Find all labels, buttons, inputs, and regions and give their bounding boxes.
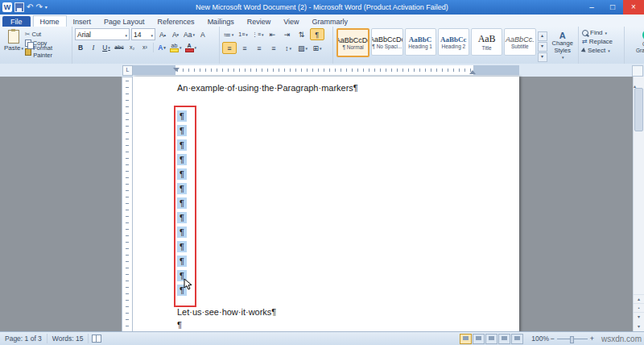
shading-button[interactable]: ▨ <box>296 43 309 53</box>
text-effects-button[interactable]: A <box>156 42 167 52</box>
style-normal[interactable]: AaBbCcDc ¶ Normal <box>336 28 369 57</box>
document-line-2[interactable]: Let·us·see·how·it·works¶ <box>177 307 276 317</box>
bold-button[interactable]: B <box>75 42 86 52</box>
save-icon[interactable] <box>14 2 24 12</box>
right-indent-marker[interactable] <box>469 70 476 74</box>
clear-formatting-button[interactable]: A <box>197 29 208 39</box>
document-page[interactable]: An·example·of·using·the·Paragraph·marker… <box>133 77 519 332</box>
paste-clipboard-icon <box>8 30 19 44</box>
proofing-status-icon[interactable] <box>92 335 101 343</box>
zoom-level[interactable]: 100% <box>531 335 549 343</box>
italic-button[interactable]: I <box>88 42 99 52</box>
cut-button[interactable]: ✂ Cut <box>25 30 70 38</box>
styles-more-icon[interactable]: ▾ <box>538 52 547 62</box>
font-size-dropdown-icon[interactable] <box>150 31 153 39</box>
outline-view-button[interactable] <box>498 334 510 344</box>
sort-button[interactable]: ⇅ <box>295 29 308 39</box>
ruler-toggle-button[interactable] <box>632 65 643 77</box>
minimize-button[interactable]: – <box>581 0 602 15</box>
style-subtitle[interactable]: AaBbCc. Subtitle <box>504 28 535 56</box>
vertical-scrollbar[interactable]: ▴ ▴ • ▾ ▾ <box>633 77 644 332</box>
justify-button[interactable]: ≡ <box>267 43 280 53</box>
bullets-button[interactable]: ≔ <box>222 29 235 39</box>
shrink-font-button[interactable]: A▾ <box>170 29 181 39</box>
word-count[interactable]: Words: 15 <box>47 334 89 343</box>
strikethrough-button[interactable]: abc <box>114 42 125 52</box>
line-spacing-button[interactable]: ↕ <box>282 43 295 53</box>
redo-icon[interactable]: ↷ <box>35 2 42 12</box>
numbering-button[interactable]: 1≡ <box>237 29 250 39</box>
increase-indent-button[interactable]: ⇥ <box>281 29 294 39</box>
grow-font-button[interactable]: A▴ <box>157 29 168 39</box>
decrease-indent-button[interactable]: ⇤ <box>266 29 279 39</box>
subscript-button[interactable]: x₂ <box>126 42 138 52</box>
horizontal-ruler[interactable] <box>133 65 519 75</box>
tab-grammarly[interactable]: Grammarly <box>306 16 355 27</box>
borders-button[interactable]: ⊞ <box>311 43 324 53</box>
styles-scroll-down-icon[interactable]: ▾ <box>538 42 547 52</box>
style-heading-1[interactable]: AaBbC Heading 1 <box>405 28 436 56</box>
tab-view[interactable]: View <box>277 16 305 27</box>
tab-review[interactable]: Review <box>241 16 278 27</box>
open-grammarly-button[interactable]: G Open Grammarly <box>636 29 644 54</box>
replace-button[interactable]: ⇄ Replace <box>582 38 622 45</box>
font-color-button[interactable]: A <box>184 42 198 52</box>
align-left-button[interactable]: ≡ <box>222 42 237 54</box>
styles-scroll-up-icon[interactable]: ▴ <box>538 31 547 41</box>
close-button[interactable]: × <box>623 0 644 15</box>
tab-home[interactable]: Home <box>33 15 67 27</box>
word-logo-icon[interactable]: W <box>2 2 12 12</box>
select-button[interactable]: Select <box>582 47 622 54</box>
fullscreen-reading-view-button[interactable] <box>473 334 485 344</box>
font-family-dropdown-icon[interactable] <box>124 31 127 39</box>
style-title[interactable]: AaB Title <box>471 28 502 56</box>
vertical-ruler[interactable] <box>122 77 133 332</box>
format-painter-button[interactable]: Format Painter <box>25 48 70 56</box>
select-browse-object-button[interactable]: • <box>634 303 644 312</box>
zoom-out-button[interactable]: − <box>550 335 554 343</box>
align-right-button[interactable]: ≡ <box>253 43 266 53</box>
next-page-button[interactable]: ▾ <box>634 312 644 321</box>
superscript-button[interactable]: x² <box>139 42 151 52</box>
font-family-combobox[interactable]: Arial <box>75 28 130 40</box>
show-hide-formatting-button[interactable]: ¶ <box>310 28 324 40</box>
tab-file[interactable]: File <box>2 16 31 27</box>
change-styles-button[interactable]: A Change Styles <box>549 28 577 65</box>
font-family-value: Arial <box>77 31 91 39</box>
maximize-button[interactable]: □ <box>602 0 623 15</box>
previous-page-button[interactable]: ▴ <box>634 294 644 303</box>
zoom-slider-thumb[interactable] <box>570 336 574 343</box>
tab-mailings[interactable]: Mailings <box>201 16 241 27</box>
align-center-icon: ≡ <box>242 44 246 52</box>
style-preview: AaBbCcDc <box>336 36 369 44</box>
paste-button[interactable]: Paste <box>2 28 25 65</box>
tab-insert[interactable]: Insert <box>67 16 98 27</box>
watermark-text: wsxdn.com <box>601 335 642 343</box>
align-center-button[interactable]: ≡ <box>238 43 251 53</box>
font-size-combobox[interactable]: 14 <box>131 28 155 40</box>
tab-selector-button[interactable]: L <box>122 65 133 76</box>
document-heading-line[interactable]: An·example·of·using·the·Paragraph·marker… <box>177 83 358 93</box>
multilevel-list-button[interactable]: ⋮≡ <box>251 29 265 39</box>
qat-dropdown-icon[interactable]: ▾ <box>45 2 47 12</box>
web-layout-view-button[interactable] <box>485 334 497 344</box>
zoom-slider-control: − + <box>550 335 594 343</box>
zoom-in-button[interactable]: + <box>590 335 594 343</box>
page-indicator[interactable]: Page: 1 of 3 <box>0 334 47 343</box>
scrollbar-thumb[interactable] <box>634 88 643 131</box>
style-no-spacing[interactable]: AaBbCcDc ¶ No Spaci... <box>371 28 402 56</box>
highlight-button[interactable]: ab <box>169 42 183 52</box>
style-heading-2[interactable]: AaBbCc Heading 2 <box>438 28 469 56</box>
tab-references[interactable]: References <box>151 16 201 27</box>
find-button[interactable]: Find <box>582 29 622 36</box>
tab-page-layout[interactable]: Page Layout <box>97 16 151 27</box>
left-indent-marker[interactable] <box>173 68 180 72</box>
undo-icon[interactable]: ↶ <box>27 2 33 12</box>
zoom-slider-track[interactable] <box>557 339 588 339</box>
underline-button[interactable]: U <box>101 42 112 52</box>
draft-view-button[interactable] <box>511 334 523 344</box>
highlight-color-bar-icon <box>170 48 179 52</box>
print-layout-view-button[interactable] <box>460 334 472 344</box>
change-case-button[interactable]: Aa <box>183 29 196 39</box>
document-closing-mark[interactable]: ¶ <box>177 320 182 330</box>
